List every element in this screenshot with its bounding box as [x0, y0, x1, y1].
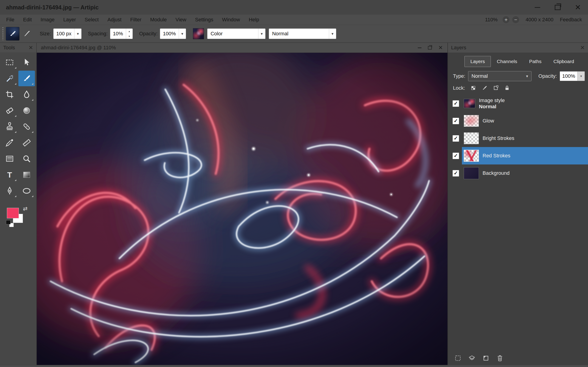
ellipse-tool-button[interactable] — [18, 183, 35, 199]
document-tab[interactable]: ahmad-dirini-176494.jpg @ 110% — [37, 45, 418, 51]
document-restore-button[interactable] — [428, 46, 432, 50]
brush-size-input[interactable]: 100 px ▾ — [53, 28, 82, 39]
layer-row-glow[interactable]: ✓ Glow — [448, 112, 588, 130]
menu-window[interactable]: Window — [218, 17, 244, 23]
zoom-in-button[interactable]: + — [502, 16, 510, 23]
menu-adjust[interactable]: Adjust — [103, 17, 126, 23]
spacing-up-icon[interactable]: ▴ — [126, 29, 132, 34]
gradient-lines-tool-button[interactable] — [1, 151, 18, 167]
feedback-link[interactable]: Feedback — [560, 17, 582, 23]
swap-colors-icon[interactable]: ⇄ — [23, 206, 27, 212]
gradient-tool-button[interactable] — [18, 167, 35, 183]
layer-opacity-input[interactable]: 100% ▾ — [560, 71, 585, 81]
brush-preview-button[interactable] — [6, 27, 19, 41]
eyedropper-tool-button[interactable] — [1, 135, 18, 150]
spacing-input[interactable]: 10% ▴ ▾ — [110, 28, 133, 39]
layer-visibility-checkbox[interactable]: ✓ — [452, 100, 459, 107]
canvas-viewport[interactable] — [37, 53, 447, 365]
menu-image[interactable]: Image — [36, 17, 59, 23]
menu-layer[interactable]: Layer — [59, 17, 80, 23]
layer-thumbnail[interactable] — [464, 150, 479, 162]
layers-panel-close-button[interactable]: ✕ — [580, 45, 585, 50]
move-cursor-icon — [22, 58, 32, 67]
minimize-button[interactable] — [527, 0, 548, 15]
layer-row-background[interactable]: ✓ Background — [448, 165, 588, 182]
default-colors-button[interactable] — [6, 220, 14, 227]
layers-panel-toolbar — [454, 355, 503, 362]
crop-tool-button[interactable] — [1, 87, 18, 102]
layer-visibility-checkbox[interactable]: ✓ — [452, 135, 459, 142]
opacity-dropdown-icon[interactable]: ▾ — [179, 29, 186, 39]
zoom-out-button[interactable]: − — [512, 16, 519, 23]
layer-visibility-checkbox[interactable]: ✓ — [452, 170, 459, 177]
close-button[interactable]: ✕ — [568, 0, 588, 15]
dashed-square-icon — [454, 355, 461, 362]
layer-opacity-dropdown-icon[interactable]: ▾ — [578, 72, 585, 81]
layer-mask-button[interactable] — [454, 355, 461, 362]
restore-button[interactable] — [548, 0, 568, 15]
tab-layers[interactable]: Layers — [464, 56, 491, 67]
layer-row-image-style[interactable]: ✓ Image style Normal — [448, 95, 588, 112]
layer-thumbnail[interactable] — [464, 115, 479, 127]
tab-paths[interactable]: Paths — [523, 56, 548, 67]
rectangular-marquee-tool-button[interactable] — [1, 55, 18, 70]
menu-module[interactable]: Module — [146, 17, 171, 23]
tab-clipboard[interactable]: Clipboard — [547, 56, 580, 67]
menu-filter[interactable]: Filter — [126, 17, 146, 23]
close-icon: ✕ — [575, 4, 581, 11]
tools-panel-close-button[interactable]: ✕ — [28, 45, 33, 50]
merge-layers-button[interactable] — [468, 355, 476, 362]
menu-edit[interactable]: Edit — [19, 17, 36, 23]
size-dropdown-icon[interactable]: ▾ — [74, 29, 81, 39]
menu-file[interactable]: File — [2, 17, 19, 23]
lock-pixels-button[interactable] — [481, 85, 488, 91]
lock-position-button[interactable] — [493, 85, 499, 91]
color-sample-thumbnail[interactable] — [193, 28, 204, 39]
pen-tool-button[interactable] — [1, 183, 18, 199]
menu-select[interactable]: Select — [80, 17, 103, 23]
move-tool-button[interactable] — [18, 55, 35, 70]
layer-row-bright-strokes[interactable]: ✓ Bright Strokes — [448, 130, 588, 147]
foreground-color-swatch[interactable] — [7, 208, 19, 218]
layer-visibility-checkbox[interactable]: ✓ — [452, 118, 459, 124]
blur-tool-button[interactable] — [18, 87, 35, 102]
brush-tool-button[interactable] — [18, 71, 35, 86]
document-close-button[interactable]: ✕ — [438, 45, 443, 50]
magic-wand-tool-button[interactable] — [1, 71, 18, 86]
healing-brush-tool-button[interactable] — [18, 119, 35, 134]
document-minimize-button[interactable] — [418, 48, 422, 48]
text-tool-icon: T — [7, 171, 12, 179]
new-layer-button[interactable] — [482, 355, 489, 362]
eraser-tool-button[interactable] — [1, 103, 18, 118]
lock-all-button[interactable] — [504, 85, 510, 91]
type-dropdown-icon: ▾ — [523, 71, 531, 81]
color-mode-select[interactable]: Color ▾ — [207, 28, 266, 39]
zoom-tool-button[interactable] — [18, 151, 35, 167]
menu-help[interactable]: Help — [244, 17, 263, 23]
layer-thumbnail[interactable] — [464, 167, 479, 179]
opacity-input[interactable]: 100% ▾ — [160, 28, 186, 39]
tab-channels[interactable]: Channels — [491, 56, 523, 67]
spacing-stepper[interactable]: ▴ ▾ — [126, 29, 132, 39]
layers-panel-title: Layers — [451, 45, 580, 51]
layer-thumbnail[interactable] — [464, 99, 475, 108]
spacing-down-icon[interactable]: ▾ — [126, 34, 132, 39]
clone-stamp-tool-button[interactable] — [1, 119, 18, 134]
layer-thumbnail[interactable] — [464, 132, 479, 144]
stroke-sample-icon — [23, 30, 31, 38]
lock-transparency-button[interactable] — [470, 85, 476, 91]
layer-list: ✓ Image style Normal ✓ Glow — [448, 95, 588, 182]
menu-view[interactable]: View — [171, 17, 191, 23]
menu-settings[interactable]: Settings — [191, 17, 218, 23]
text-tool-button[interactable]: T — [1, 167, 18, 183]
layer-blend-mode-select[interactable]: Normal ▾ — [468, 71, 531, 81]
toolbar-grip[interactable] — [2, 27, 3, 40]
blend-mode-select[interactable]: Normal ▾ — [269, 28, 336, 39]
stroke-style-dropdown[interactable] — [21, 27, 33, 40]
layer-visibility-checkbox[interactable]: ✓ — [452, 152, 459, 159]
dodge-tool-button[interactable] — [18, 103, 35, 118]
delete-layer-button[interactable] — [496, 355, 503, 362]
layer-row-red-strokes[interactable]: ✓ Red Strokes — [448, 147, 588, 165]
canvas-column: ahmad-dirini-176494.jpg @ 110% ✕ — [37, 43, 447, 365]
measure-tool-button[interactable] — [18, 135, 35, 150]
